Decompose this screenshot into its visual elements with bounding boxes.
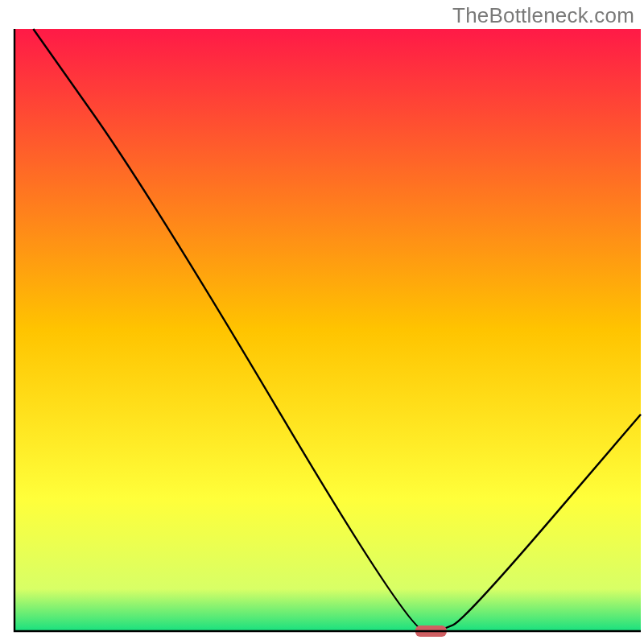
chart-container: TheBottleneck.com [0,0,644,644]
bottleneck-chart [0,0,644,644]
watermark-text: TheBottleneck.com [452,3,634,28]
plot-area [14,29,641,637]
plot-background [14,29,641,631]
